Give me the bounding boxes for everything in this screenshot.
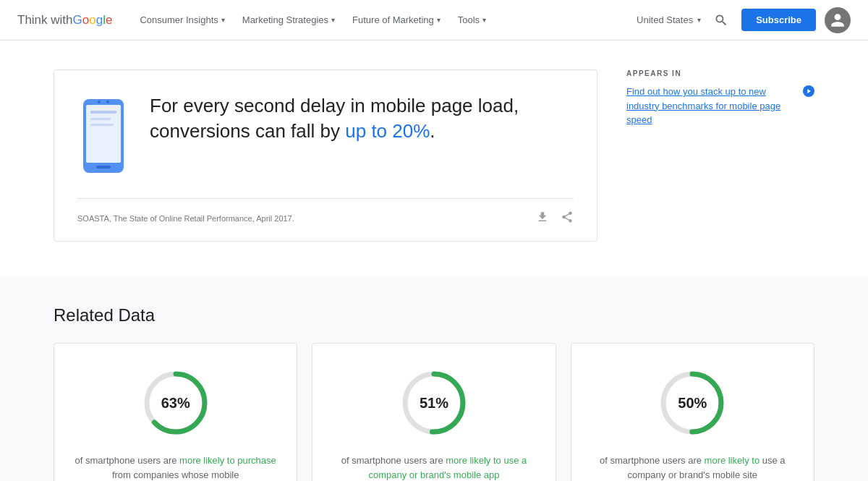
- appears-in-label: APPEARS IN: [626, 69, 814, 77]
- svg-point-3: [106, 101, 109, 103]
- user-avatar[interactable]: [825, 7, 851, 33]
- link-arrow-icon: [803, 85, 814, 97]
- logo-think: Think with: [17, 13, 73, 27]
- card-text-2: of smartphone users are more likely to u…: [330, 454, 537, 481]
- donut-label-51: 51%: [420, 395, 448, 412]
- stat-statement: For every second delay in mobile page lo…: [150, 93, 574, 144]
- appears-in-link[interactable]: Find out how you stack up to new industr…: [626, 85, 814, 127]
- region-selector[interactable]: United States ▾: [637, 14, 701, 25]
- related-card-2: 51% of smartphone users are more likely …: [312, 343, 556, 481]
- card-link-1[interactable]: more likely to purchase: [179, 455, 276, 466]
- donut-label-63: 63%: [161, 395, 190, 412]
- nav-item-marketing-strategies[interactable]: Marketing Strategies ▾: [235, 0, 342, 41]
- svg-point-2: [98, 101, 101, 103]
- card-link-3[interactable]: more likely to: [705, 455, 760, 466]
- stat-card-actions: [536, 210, 574, 226]
- stat-section: For every second delay in mobile page lo…: [54, 69, 814, 242]
- nav-item-consumer-insights[interactable]: Consumer Insights ▾: [132, 0, 231, 41]
- nav-items: Consumer Insights ▾ Marketing Strategies…: [132, 0, 637, 41]
- navbar: Think with Google Consumer Insights ▾ Ma…: [0, 0, 868, 41]
- stat-citation: SOASTA, The State of Online Retail Perfo…: [77, 214, 294, 223]
- card-text-3: of smartphone users are more likely to u…: [589, 454, 796, 481]
- related-cards: 63% of smartphone users are more likely …: [54, 343, 814, 481]
- related-section: Related Data 63% of smartphone users are…: [0, 276, 868, 481]
- share-icon[interactable]: [561, 210, 574, 226]
- stat-card-footer: SOASTA, The State of Online Retail Perfo…: [77, 198, 574, 226]
- sidebar: APPEARS IN Find out how you stack up to …: [626, 69, 814, 127]
- subscribe-button[interactable]: Subscribe: [741, 9, 816, 31]
- related-card-1: 63% of smartphone users are more likely …: [54, 343, 297, 481]
- chevron-down-icon: ▾: [331, 16, 335, 24]
- main-content: For every second delay in mobile page lo…: [36, 41, 832, 242]
- card-text-1: of smartphone users are more likely to p…: [72, 454, 279, 481]
- donut-chart-51: 51%: [398, 367, 470, 439]
- site-logo[interactable]: Think with Google: [17, 13, 112, 27]
- chevron-down-icon: ▾: [221, 16, 225, 24]
- related-card-3: 50% of smartphone users are more likely …: [571, 343, 814, 481]
- chevron-down-icon: ▾: [482, 16, 486, 24]
- phone-illustration: [77, 96, 129, 178]
- svg-rect-7: [90, 124, 114, 126]
- search-button[interactable]: [710, 9, 733, 32]
- donut-chart-63: 63%: [140, 367, 212, 439]
- user-icon: [830, 12, 846, 28]
- donut-chart-50: 50%: [656, 367, 728, 439]
- download-icon[interactable]: [536, 210, 549, 226]
- nav-item-future-of-marketing[interactable]: Future of Marketing ▾: [345, 0, 448, 41]
- logo-google: Google: [73, 13, 113, 27]
- chevron-down-icon: ▾: [437, 16, 441, 24]
- stat-card: For every second delay in mobile page lo…: [54, 69, 597, 242]
- chevron-down-icon: ▾: [697, 16, 701, 24]
- donut-label-50: 50%: [678, 395, 707, 412]
- search-icon: [714, 13, 728, 27]
- related-data-title: Related Data: [54, 305, 814, 325]
- nav-right: United States ▾ Subscribe: [637, 7, 851, 33]
- svg-rect-6: [90, 118, 111, 120]
- nav-item-tools[interactable]: Tools ▾: [451, 0, 493, 41]
- svg-rect-4: [96, 166, 111, 169]
- svg-rect-5: [90, 111, 116, 114]
